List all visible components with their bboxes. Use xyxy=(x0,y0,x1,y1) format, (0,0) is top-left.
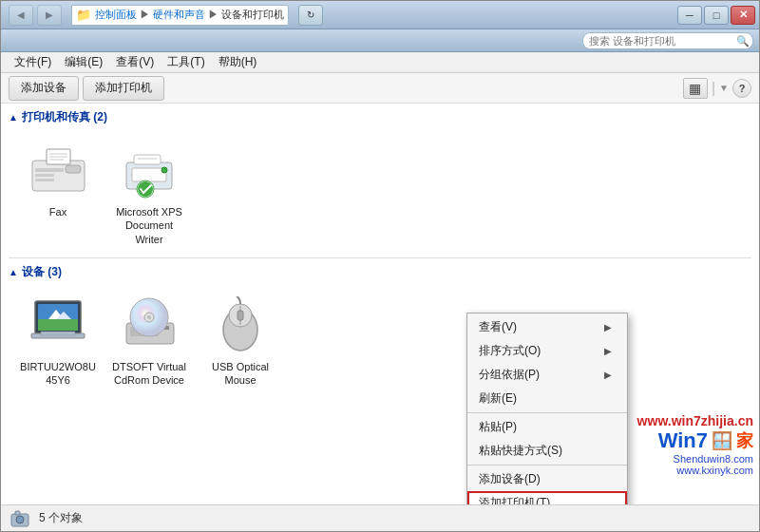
window-controls: ─ □ ✕ xyxy=(677,6,755,25)
maximize-button[interactable]: □ xyxy=(704,6,729,25)
svg-rect-11 xyxy=(134,155,161,164)
menu-view[interactable]: 查看(V) xyxy=(110,52,160,72)
svg-rect-22 xyxy=(41,332,75,335)
ctx-add-printer[interactable]: 添加打印机(T) xyxy=(467,491,627,504)
watermark: www.win7zhijia.cn Win7 🪟 家 Shenduwin8.co… xyxy=(632,411,759,478)
toolbar-actions: 添加设备 添加打印机 xyxy=(9,76,164,101)
menu-help[interactable]: 帮助(H) xyxy=(213,52,263,72)
printers-section-title: 打印机和传真 (2) xyxy=(22,109,107,125)
title-bar-left: ◀ ▶ 📁 控制面板 ▶ 硬件和声音 ▶ 设备和打印机 ↻ xyxy=(9,5,323,26)
svg-rect-33 xyxy=(238,311,243,320)
forward-button[interactable]: ▶ xyxy=(37,5,62,26)
svg-point-28 xyxy=(147,315,151,319)
main-content: ▲ 打印机和传真 (2) xyxy=(1,104,759,504)
ctx-add-device[interactable]: 添加设备(D) xyxy=(467,467,627,491)
watermark-line3: Shenduwin8.com xyxy=(637,453,753,465)
svg-rect-1 xyxy=(35,168,64,172)
address-bar[interactable]: 📁 控制面板 ▶ 硬件和声音 ▶ 设备和打印机 xyxy=(71,5,289,26)
ctx-group-arrow: ▶ xyxy=(604,370,612,380)
close-button[interactable]: ✕ xyxy=(731,6,755,25)
printers-grid: Fax xyxy=(1,129,759,257)
search-icon: 🔍 xyxy=(736,34,750,47)
ctx-sort-arrow: ▶ xyxy=(604,346,612,356)
status-bar: 5 个对象 xyxy=(1,504,759,531)
folder-icon: 📁 xyxy=(76,8,91,22)
ctx-paste[interactable]: 粘贴(P) xyxy=(467,415,627,439)
breadcrumb-control-panel[interactable]: 控制面板 xyxy=(95,9,137,20)
title-bar: ◀ ▶ 📁 控制面板 ▶ 硬件和声音 ▶ 设备和打印机 ↻ ─ □ ✕ xyxy=(1,1,759,29)
xps-writer-label: Microsoft XPS Document Writer xyxy=(111,205,187,246)
context-menu: 查看(V) ▶ 排序方式(O) ▶ 分组依据(P) ▶ 刷新(E) 粘贴(P) … xyxy=(466,313,628,504)
watermark-line1: www.win7zhijia.cn xyxy=(637,413,753,428)
laptop-svg xyxy=(28,296,89,353)
main-window: ◀ ▶ 📁 控制面板 ▶ 硬件和声音 ▶ 设备和打印机 ↻ ─ □ ✕ xyxy=(0,0,760,532)
status-count: 5 个对象 xyxy=(39,510,83,526)
printer-icon xyxy=(116,137,182,203)
add-printer-button[interactable]: 添加打印机 xyxy=(83,76,164,101)
view-button[interactable]: ▦ xyxy=(683,78,708,99)
camera-icon xyxy=(9,507,31,530)
ctx-add-printer-label: 添加打印机(T) xyxy=(479,495,550,504)
ctx-paste-label: 粘贴(P) xyxy=(479,419,517,435)
cdrom-icon xyxy=(116,292,182,358)
devices-section-header: ▲ 设备 (3) xyxy=(1,258,759,284)
refresh-button[interactable]: ↻ xyxy=(298,5,323,26)
search-input[interactable] xyxy=(582,32,753,49)
ctx-paste-shortcut[interactable]: 粘贴快捷方式(S) xyxy=(467,439,627,463)
fax-device[interactable]: Fax xyxy=(16,133,100,250)
cdrom-device[interactable]: DTSOFT Virtual CdRom Device xyxy=(107,288,191,391)
laptop-icon xyxy=(25,292,91,358)
toolbar: 添加设备 添加打印机 ▦ | ▼ ? xyxy=(1,73,759,104)
xps-writer-device[interactable]: Microsoft XPS Document Writer xyxy=(107,133,191,250)
printers-section-header: ▲ 打印机和传真 (2) xyxy=(1,104,759,129)
ctx-sep-1 xyxy=(467,412,627,413)
svg-point-39 xyxy=(16,516,24,523)
ctx-group-label: 分组依据(P) xyxy=(479,367,540,383)
printers-expand-arrow[interactable]: ▲ xyxy=(9,112,18,123)
devices-section-title: 设备 (3) xyxy=(22,264,62,280)
fax-icon xyxy=(25,137,91,203)
svg-rect-2 xyxy=(35,174,54,177)
watermark-line4: www.kxinyk.com xyxy=(637,465,753,476)
ctx-view[interactable]: 查看(V) ▶ xyxy=(467,315,627,339)
menu-tools[interactable]: 工具(T) xyxy=(162,52,210,72)
toolbar-separator: | xyxy=(712,80,715,97)
fax-svg xyxy=(28,142,89,199)
ctx-paste-shortcut-label: 粘贴快捷方式(S) xyxy=(479,443,562,459)
ctx-sep-2 xyxy=(467,465,627,466)
svg-point-13 xyxy=(162,167,167,173)
svg-rect-3 xyxy=(35,179,54,181)
back-button[interactable]: ◀ xyxy=(9,5,33,26)
watermark-logo: 🪟 xyxy=(712,430,732,451)
breadcrumb-hardware[interactable]: 硬件和声音 xyxy=(153,9,205,20)
minimize-button[interactable]: ─ xyxy=(677,6,702,25)
ctx-sort[interactable]: 排序方式(O) ▶ xyxy=(467,339,627,363)
menu-edit[interactable]: 编辑(E) xyxy=(59,52,108,72)
mouse-icon xyxy=(207,292,274,358)
add-device-button[interactable]: 添加设备 xyxy=(9,76,79,101)
mouse-svg xyxy=(210,296,272,353)
ctx-refresh-label: 刷新(E) xyxy=(479,390,517,407)
menu-bar: 文件(F) 编辑(E) 查看(V) 工具(T) 帮助(H) xyxy=(1,52,759,73)
printer-svg xyxy=(119,142,180,199)
ctx-refresh[interactable]: 刷新(E) xyxy=(467,387,627,410)
mouse-label: USB Optical Mouse xyxy=(202,360,278,388)
menu-file[interactable]: 文件(F) xyxy=(9,52,57,72)
svg-rect-40 xyxy=(15,511,20,515)
toolbar-right: ▦ | ▼ ? xyxy=(683,78,751,99)
laptop-device[interactable]: BIRTUU2WO8U45Y6 xyxy=(16,288,100,391)
devices-expand-arrow[interactable]: ▲ xyxy=(9,267,18,277)
ctx-group[interactable]: 分组依据(P) ▶ xyxy=(467,363,627,387)
cd-svg xyxy=(119,296,180,353)
ctx-view-arrow: ▶ xyxy=(604,322,612,332)
svg-rect-18 xyxy=(38,319,78,331)
watermark-win7: Win7 xyxy=(658,428,708,453)
ctx-view-label: 查看(V) xyxy=(479,319,517,335)
fax-label: Fax xyxy=(49,205,66,218)
cdrom-label: DTSOFT Virtual CdRom Device xyxy=(111,360,187,388)
help-button[interactable]: ? xyxy=(732,79,751,98)
svg-rect-8 xyxy=(66,165,81,173)
breadcrumb: 控制面板 ▶ 硬件和声音 ▶ 设备和打印机 xyxy=(95,8,284,22)
laptop-label: BIRTUU2WO8U45Y6 xyxy=(20,360,96,388)
mouse-device[interactable]: USB Optical Mouse xyxy=(199,288,282,391)
